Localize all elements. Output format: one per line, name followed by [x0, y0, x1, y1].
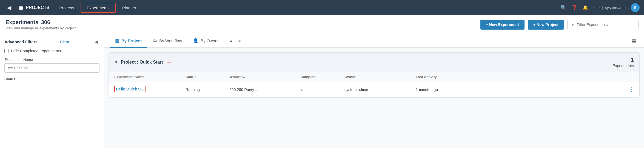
col-header-last-activity: Last Activity [416, 75, 623, 79]
cell-actions[interactable]: ⋮ [623, 86, 634, 93]
tab-by-workflow-label: By Workflow [159, 38, 182, 43]
nav-logo: ▦ PROJECTS [15, 4, 53, 11]
header-title-area: Experiments 306 View and manage all expe… [5, 19, 480, 30]
col-header-status: Status [186, 75, 229, 79]
right-panel: ▦ By Project 🗂 By Workflow 👤 By Owner ≡ … [104, 34, 644, 148]
cell-workflow: 260:280 Purity ... [229, 87, 301, 92]
tab-list[interactable]: ≡ List [224, 35, 246, 48]
nav-back-button[interactable]: ◀ [4, 3, 14, 13]
cell-owner: system admin [344, 87, 416, 92]
project-expand-arrow: ▼ [114, 60, 118, 64]
tabs-bar: ▦ By Project 🗂 By Workflow 👤 By Owner ≡ … [104, 34, 644, 48]
status-label: Status [4, 77, 99, 81]
nav-tab-projects[interactable]: Projects [54, 3, 79, 12]
hide-completed-checkbox[interactable] [4, 49, 9, 53]
cell-status: Running [186, 87, 229, 92]
experiment-name-label: Experiment Name [4, 58, 99, 62]
by-owner-icon: 👤 [193, 38, 198, 43]
tab-list-label: List [234, 38, 241, 43]
col-header-samples: Samples [301, 75, 344, 79]
tab-by-owner[interactable]: 👤 By Owner [187, 34, 224, 48]
columns-button[interactable]: ▦ [629, 36, 639, 46]
cell-samples: 4 [301, 87, 344, 92]
page-title-text: Experiments [5, 19, 38, 25]
sidebar-header: Advanced Filters Clear |◀ [4, 39, 99, 45]
page-title: Experiments 306 [5, 19, 480, 25]
annotation-arrow: ← [166, 59, 172, 66]
user-region: esp [593, 5, 600, 10]
project-group-name: Project : Quick Start ← [121, 59, 612, 66]
sidebar-title: Advanced Filters [4, 39, 38, 44]
status-section: Status [4, 77, 99, 81]
nav-tab-planner[interactable]: Planner [117, 3, 142, 12]
project-count-number: 1 [612, 56, 634, 64]
clear-filters-button[interactable]: Clear [60, 40, 69, 44]
experiments-table: Experiment Name Status Workflow Samples … [109, 72, 639, 97]
tabs-end: ▦ [629, 38, 639, 44]
project-experiment-count: 1 Experiments [612, 56, 634, 68]
col-header-workflow: Workflow [229, 75, 301, 79]
tab-by-project[interactable]: ▦ By Project [110, 34, 147, 48]
cell-last-activity: 1 minute ago [416, 87, 623, 92]
hide-completed-section: Hide Completed Experiments [4, 49, 99, 53]
experiments-count: 306 [41, 19, 50, 25]
col-header-actions [623, 75, 634, 79]
project-count-label: Experiments [612, 64, 634, 68]
nav-tab-experiments[interactable]: Experiments [81, 3, 115, 13]
sidebar-collapse-button[interactable]: |◀ [92, 39, 99, 45]
project-group: ▼ Project : Quick Start ← 1 Experiments … [109, 52, 640, 98]
pipe-separator: | [602, 5, 603, 10]
header-bar: Experiments 306 View and manage all expe… [0, 15, 644, 34]
new-experiment-button[interactable]: + New Experiment [480, 20, 525, 30]
hide-completed-checkbox-label[interactable]: Hide Completed Experiments [4, 49, 99, 53]
tab-by-project-label: By Project [121, 38, 142, 43]
search-icon[interactable]: 🔍 [560, 5, 566, 11]
logo-icon: ▦ [18, 4, 24, 11]
hide-completed-label: Hide Completed Experiments [11, 49, 61, 53]
user-menu[interactable]: esp | system admin S [593, 3, 640, 12]
experiment-name-link[interactable]: Hello Quick S... [114, 86, 146, 92]
experiment-name-input[interactable] [4, 63, 99, 73]
logo-text: PROJECTS [26, 5, 49, 10]
filter-icon: ▼ [571, 22, 575, 27]
table-header-row: Experiment Name Status Workflow Samples … [109, 72, 639, 82]
main-content: Advanced Filters Clear |◀ Hide Completed… [0, 34, 644, 148]
col-header-exp-name: Experiment Name [114, 75, 186, 79]
filter-text-input[interactable] [577, 22, 635, 27]
tab-by-workflow[interactable]: 🗂 By Workflow [147, 35, 187, 48]
top-navigation: ◀ ▦ PROJECTS Projects Experiments Planne… [0, 0, 644, 15]
help-icon[interactable]: ❓ [571, 5, 577, 11]
user-avatar: S [631, 3, 640, 12]
sidebar: Advanced Filters Clear |◀ Hide Completed… [0, 34, 104, 148]
row-actions-button[interactable]: ⋮ [628, 87, 634, 93]
header-actions: + New Experiment + New Project ▼ [480, 20, 639, 30]
filter-experiments-input[interactable]: ▼ [567, 20, 639, 29]
table-row: Hello Quick S... Running 260:280 Purity … [109, 82, 639, 97]
col-header-owner: Owner [344, 75, 416, 79]
by-workflow-icon: 🗂 [153, 38, 157, 43]
cell-exp-name: Hello Quick S... [114, 86, 186, 93]
bell-icon[interactable]: 🔔 [582, 5, 588, 11]
user-name: system admin [605, 5, 629, 10]
new-project-button[interactable]: + New Project [528, 20, 564, 30]
project-group-header[interactable]: ▼ Project : Quick Start ← 1 Experiments [109, 53, 639, 72]
page-subtitle: View and manage all experiments by Proje… [5, 26, 480, 30]
by-project-icon: ▦ [115, 38, 119, 43]
list-icon: ≡ [230, 38, 232, 43]
tab-by-owner-label: By Owner [201, 38, 219, 43]
avatar-initial: S [634, 5, 636, 10]
experiment-name-section: Experiment Name [4, 58, 99, 73]
